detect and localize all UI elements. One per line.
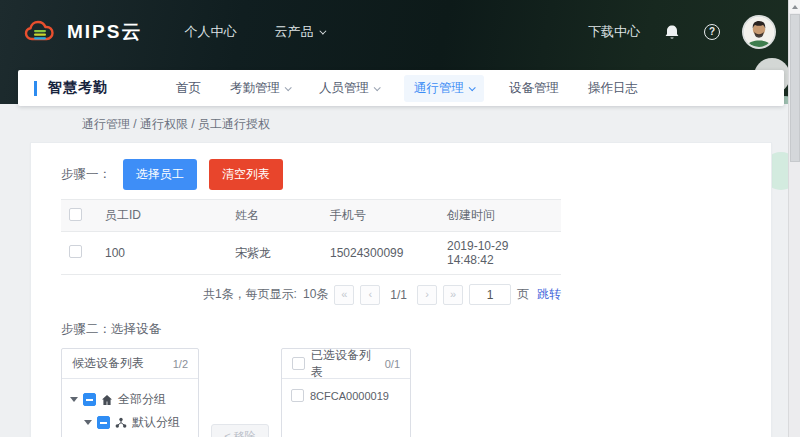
download-center-link[interactable]: 下载中心 <box>588 23 640 41</box>
breadcrumb: 通行管理 / 通行权限 / 员工通行授权 <box>82 116 270 133</box>
tree-node-all-groups[interactable]: 全部分组 <box>66 388 194 411</box>
tree-collapse-icon[interactable] <box>84 420 92 425</box>
device-transfer: 候选设备列表 1/2 全部分组 <box>61 348 741 437</box>
tree-node-label: 默认分组 <box>132 414 180 431</box>
selected-device-label: 8CFCA0000019 <box>310 390 389 402</box>
last-page-button[interactable]: » <box>443 285 463 305</box>
col-phone: 手机号 <box>322 200 439 232</box>
tree-checkbox-indeterminate[interactable] <box>97 416 110 429</box>
clear-list-button[interactable]: 清空列表 <box>209 159 283 190</box>
prev-page-button[interactable]: ‹ <box>360 285 380 305</box>
chevron-down-icon <box>469 84 476 91</box>
first-page-button[interactable]: « <box>334 285 354 305</box>
tree-checkbox-indeterminate[interactable] <box>83 393 96 406</box>
page-number-input[interactable] <box>469 284 511 305</box>
transfer-buttons: < 移除 添加 > <box>199 348 281 437</box>
title-accent-bar <box>34 81 37 96</box>
cell-name: 宋紫龙 <box>227 232 322 275</box>
top-menu-personal-center[interactable]: 个人中心 <box>184 23 236 41</box>
top-menu-label: 云产品 <box>274 23 313 41</box>
page-size-select[interactable]: 10条 <box>303 286 328 303</box>
select-all-checkbox[interactable] <box>69 208 82 221</box>
scrollbar-thumb[interactable] <box>790 14 800 162</box>
tab-attendance-mgmt[interactable]: 考勤管理 <box>226 75 294 102</box>
brand-name: MIPS云 <box>67 19 142 45</box>
pagination: 共1条，每页显示: 10条 « ‹ 1/1 › » 页 跳转 <box>61 284 561 305</box>
selected-device-panel: 已选设备列表 0/1 8CFCA0000019 <box>281 348 411 437</box>
top-menu-label: 个人中心 <box>184 23 236 41</box>
bell-icon[interactable] <box>664 24 680 41</box>
tab-label: 通行管理 <box>414 80 464 97</box>
table-row: 100 宋紫龙 15024300099 2019-10-29 14:48:42 <box>61 232 561 275</box>
tab-access-mgmt[interactable]: 通行管理 <box>404 75 484 102</box>
col-employee-id: 员工ID <box>97 200 227 232</box>
candidate-panel-title: 候选设备列表 <box>72 355 144 372</box>
pagination-total-text: 共1条，每页显示: <box>203 286 297 303</box>
item-checkbox-unchecked[interactable] <box>291 389 304 402</box>
topbar-right: 下载中心 ? <box>588 17 774 47</box>
jump-link[interactable]: 跳转 <box>537 286 561 303</box>
cell-employee-id: 100 <box>97 232 227 275</box>
help-icon[interactable]: ? <box>704 24 720 40</box>
step2-label: 步骤二：选择设备 <box>61 321 741 338</box>
col-name: 姓名 <box>227 200 322 232</box>
row-checkbox[interactable] <box>69 245 82 258</box>
selected-select-all-checkbox[interactable] <box>292 357 305 370</box>
brand-logo[interactable]: MIPS云 <box>24 19 142 45</box>
selected-panel-header: 已选设备列表 0/1 <box>282 349 410 379</box>
chevron-down-icon <box>320 27 327 34</box>
candidate-device-panel: 候选设备列表 1/2 全部分组 <box>61 348 199 437</box>
tree-collapse-icon[interactable] <box>70 397 78 402</box>
selected-panel-title: 已选设备列表 <box>311 347 379 381</box>
selected-device-item[interactable]: 8CFCA0000019 <box>282 379 410 402</box>
cell-create-time: 2019-10-29 14:48:42 <box>439 232 561 275</box>
page: MIPS云 个人中心 云产品 下载中心 ? <box>0 0 800 437</box>
tab-home[interactable]: 首页 <box>172 75 205 102</box>
cell-phone: 15024300099 <box>322 232 439 275</box>
candidate-panel-count: 1/2 <box>173 358 188 370</box>
page-suffix-label: 页 <box>517 286 529 303</box>
step1-label: 步骤一： <box>61 166 111 183</box>
employee-table: 员工ID 姓名 手机号 创建时间 100 宋紫龙 15024300099 201… <box>61 199 561 275</box>
content-card: 步骤一： 选择员工 清空列表 员工ID 姓名 手机号 创建时间 100 宋紫龙 <box>30 142 772 437</box>
cloud-logo-icon <box>24 20 58 44</box>
next-page-button[interactable]: › <box>417 285 437 305</box>
tab-label: 操作日志 <box>588 80 638 97</box>
device-tree: 全部分组 默认分组 <box>62 379 198 437</box>
tab-label: 人员管理 <box>319 80 369 97</box>
tab-label: 首页 <box>176 80 201 97</box>
step1-header: 步骤一： 选择员工 清空列表 <box>61 159 741 190</box>
home-icon <box>101 394 113 406</box>
page-indicator: 1/1 <box>390 288 407 302</box>
remove-device-button[interactable]: < 移除 <box>211 424 269 437</box>
page-scrollbar[interactable] <box>788 0 800 437</box>
tab-operation-log[interactable]: 操作日志 <box>584 75 642 102</box>
chevron-down-icon <box>374 84 381 91</box>
selected-panel-count: 0/1 <box>385 358 400 370</box>
chevron-down-icon <box>285 84 292 91</box>
tab-label: 考勤管理 <box>230 80 280 97</box>
tab-device-mgmt[interactable]: 设备管理 <box>505 75 563 102</box>
select-employee-button[interactable]: 选择员工 <box>123 159 197 190</box>
tab-personnel-mgmt[interactable]: 人员管理 <box>315 75 383 102</box>
top-menu: 个人中心 云产品 <box>184 23 324 41</box>
app-nav-bar: 智慧考勤 首页 考勤管理 人员管理 通行管理 设备管理 操作日志 <box>18 70 784 106</box>
group-icon <box>115 417 127 429</box>
candidate-panel-header: 候选设备列表 1/2 <box>62 349 198 379</box>
avatar[interactable] <box>744 17 774 47</box>
tree-node-label: 全部分组 <box>118 391 166 408</box>
scrollbar-up-arrow-icon[interactable] <box>789 0 800 13</box>
top-menu-cloud-products[interactable]: 云产品 <box>274 23 324 41</box>
app-menu: 首页 考勤管理 人员管理 通行管理 设备管理 操作日志 <box>172 75 642 102</box>
tab-label: 设备管理 <box>509 80 559 97</box>
tree-node-default-group[interactable]: 默认分组 <box>66 411 194 434</box>
col-create-time: 创建时间 <box>439 200 561 232</box>
table-header-row: 员工ID 姓名 手机号 创建时间 <box>61 200 561 232</box>
app-title: 智慧考勤 <box>48 79 108 97</box>
